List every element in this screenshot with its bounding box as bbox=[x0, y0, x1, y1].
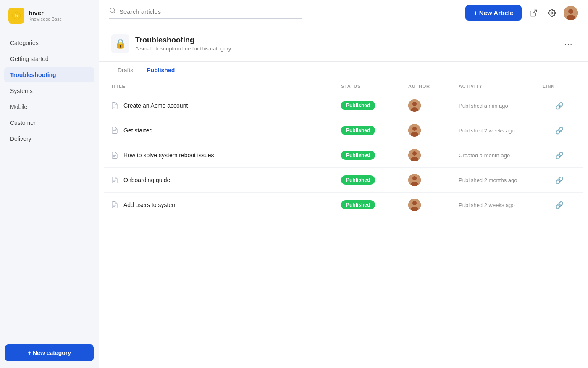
logo-text: hiver Knowledge Base bbox=[29, 10, 62, 21]
category-info: Troubleshooting A small description line… bbox=[135, 36, 231, 52]
author-cell bbox=[408, 149, 459, 161]
main-content: + New Article bbox=[99, 0, 588, 368]
link-icon[interactable]: 🔗 bbox=[555, 201, 564, 209]
new-article-button[interactable]: + New Article bbox=[465, 5, 522, 21]
article-title-cell: How to solve system reboot issues bbox=[111, 151, 341, 159]
header-actions: + New Article bbox=[465, 5, 578, 21]
category-name: Troubleshooting bbox=[135, 36, 231, 45]
category-icon: 🔒 bbox=[111, 34, 129, 53]
svg-point-32 bbox=[412, 201, 417, 205]
logo-area: h hiver Knowledge Base bbox=[0, 0, 99, 31]
activity-cell: Published 2 weeks ago bbox=[459, 127, 543, 134]
activity-cell: Published a min ago bbox=[459, 103, 543, 109]
author-cell bbox=[408, 174, 459, 186]
status-cell: Published bbox=[341, 175, 408, 185]
article-title: Onboarding guide bbox=[123, 177, 170, 183]
status-badge: Published bbox=[341, 126, 375, 135]
table-row[interactable]: Onboarding guide Published Published 2 m… bbox=[104, 168, 583, 193]
header: + New Article bbox=[99, 0, 588, 26]
export-button[interactable] bbox=[527, 6, 540, 20]
status-cell: Published bbox=[341, 200, 408, 209]
author-avatar bbox=[408, 124, 421, 137]
sidebar-item-categories[interactable]: Categories bbox=[4, 35, 94, 50]
article-title: Add users to system bbox=[123, 201, 177, 208]
svg-point-27 bbox=[412, 176, 417, 180]
table-row[interactable]: Create an Acme account Published Publish… bbox=[104, 93, 583, 118]
tabs: Drafts Published bbox=[99, 62, 588, 79]
article-title: Create an Acme account bbox=[123, 102, 188, 109]
articles-table: TITLE STATUS AUTHOR ACTIVITY LINK Create… bbox=[99, 79, 588, 368]
svg-text:h: h bbox=[15, 13, 18, 18]
avatar-image bbox=[564, 6, 578, 20]
sidebar-item-troubleshooting[interactable]: Troubleshooting bbox=[4, 67, 94, 82]
user-avatar[interactable] bbox=[564, 6, 578, 20]
link-icon[interactable]: 🔗 bbox=[555, 176, 564, 184]
brand-name: hiver bbox=[29, 10, 62, 17]
author-cell bbox=[408, 99, 459, 112]
table-header: TITLE STATUS AUTHOR ACTIVITY LINK bbox=[104, 79, 583, 93]
document-icon bbox=[111, 201, 118, 209]
author-avatar bbox=[408, 149, 421, 161]
svg-point-22 bbox=[412, 151, 417, 156]
svg-point-17 bbox=[412, 127, 417, 131]
category-header: 🔒 Troubleshooting A small description li… bbox=[99, 26, 588, 62]
category-description: A small description line for this catego… bbox=[135, 45, 231, 52]
table-row[interactable]: How to solve system reboot issues Publis… bbox=[104, 143, 583, 168]
document-icon bbox=[111, 151, 118, 159]
sidebar-item-customer[interactable]: Customer bbox=[4, 115, 94, 130]
author-avatar bbox=[408, 199, 421, 211]
status-badge: Published bbox=[341, 101, 375, 110]
nav-items: Categories Getting started Troubleshooti… bbox=[0, 31, 99, 338]
svg-point-12 bbox=[412, 102, 417, 106]
settings-button[interactable] bbox=[545, 6, 559, 20]
export-icon bbox=[529, 9, 538, 17]
sidebar-item-delivery[interactable]: Delivery bbox=[4, 131, 94, 146]
status-badge: Published bbox=[341, 200, 375, 209]
link-icon[interactable]: 🔗 bbox=[555, 127, 564, 135]
sidebar-bottom: + New category bbox=[0, 338, 99, 368]
sidebar-item-mobile[interactable]: Mobile bbox=[4, 99, 94, 114]
new-category-button[interactable]: + New category bbox=[5, 344, 94, 361]
author-cell bbox=[408, 124, 459, 137]
search-input[interactable] bbox=[119, 8, 302, 15]
search-icon bbox=[109, 7, 116, 16]
activity-cell: Published 2 weeks ago bbox=[459, 202, 543, 208]
link-icon[interactable]: 🔗 bbox=[555, 102, 564, 110]
svg-point-5 bbox=[551, 12, 553, 14]
svg-line-3 bbox=[114, 12, 115, 13]
table-row[interactable]: Add users to system Published Published … bbox=[104, 193, 583, 217]
link-cell: 🔗 bbox=[543, 201, 576, 209]
sidebar-item-getting-started[interactable]: Getting started bbox=[4, 51, 94, 66]
document-icon bbox=[111, 102, 118, 109]
category-icon-emoji: 🔒 bbox=[115, 38, 126, 49]
status-badge: Published bbox=[341, 151, 375, 160]
article-title: Get started bbox=[123, 127, 152, 134]
article-title-cell: Get started bbox=[111, 127, 341, 134]
link-icon[interactable]: 🔗 bbox=[555, 151, 564, 159]
status-cell: Published bbox=[341, 151, 408, 160]
link-cell: 🔗 bbox=[543, 127, 576, 135]
article-title-cell: Onboarding guide bbox=[111, 176, 341, 184]
status-badge: Published bbox=[341, 175, 375, 185]
activity-cell: Published 2 months ago bbox=[459, 177, 543, 183]
sidebar: h hiver Knowledge Base Categories Gettin… bbox=[0, 0, 99, 368]
tab-drafts[interactable]: Drafts bbox=[111, 62, 140, 79]
status-cell: Published bbox=[341, 101, 408, 110]
author-avatar bbox=[408, 99, 421, 112]
activity-cell: Created a month ago bbox=[459, 152, 543, 159]
author-cell bbox=[408, 199, 459, 211]
col-link: LINK bbox=[543, 84, 576, 89]
document-icon bbox=[111, 127, 118, 134]
link-cell: 🔗 bbox=[543, 151, 576, 159]
sidebar-item-systems[interactable]: Systems bbox=[4, 83, 94, 98]
more-options-button[interactable]: ⋯ bbox=[561, 37, 576, 50]
author-avatar bbox=[408, 174, 421, 186]
tab-published[interactable]: Published bbox=[140, 62, 181, 79]
table-row[interactable]: Get started Published Published 2 weeks … bbox=[104, 118, 583, 143]
col-author: AUTHOR bbox=[408, 84, 459, 89]
svg-line-4 bbox=[533, 10, 536, 13]
col-activity: ACTIVITY bbox=[459, 84, 543, 89]
article-title-cell: Create an Acme account bbox=[111, 102, 341, 109]
col-status: STATUS bbox=[341, 84, 408, 89]
article-title-cell: Add users to system bbox=[111, 201, 341, 209]
